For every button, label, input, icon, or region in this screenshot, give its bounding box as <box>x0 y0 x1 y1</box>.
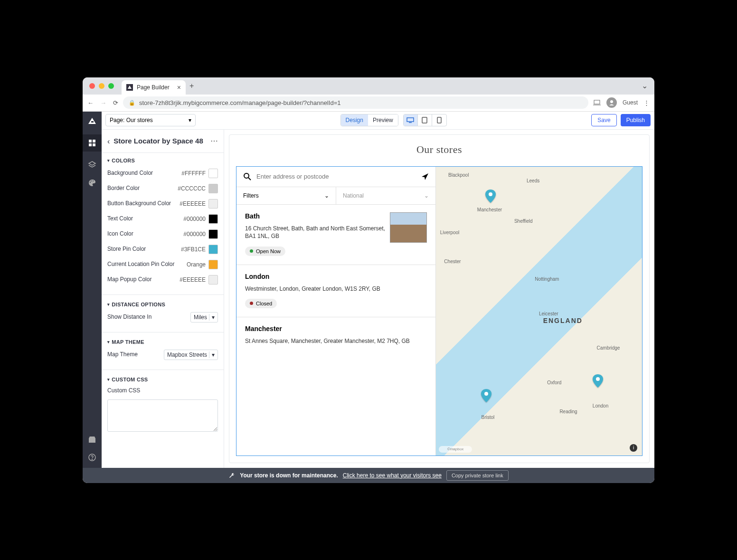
svg-rect-7 <box>89 143 92 146</box>
map-theme-section: MAP THEME Map Theme Mapbox Streets▾ <box>102 332 224 367</box>
svg-rect-12 <box>89 438 95 443</box>
footer-link[interactable]: Click here to see what your visitors see <box>343 472 442 479</box>
preview-canvas: Our stores Filters⌄ <box>224 130 654 468</box>
kebab-menu-icon[interactable]: ⋮ <box>643 99 650 106</box>
back-icon[interactable]: ← <box>87 99 94 106</box>
color-row: Button Background Color#EEEEEE <box>107 199 218 209</box>
layers-nav-icon[interactable] <box>87 160 97 170</box>
svg-point-10 <box>91 180 92 181</box>
store-item[interactable]: London Westminster, London, Greater Lond… <box>236 265 435 317</box>
back-icon[interactable]: ‹ <box>107 137 110 146</box>
design-tab[interactable]: Design <box>341 114 368 126</box>
address-input[interactable] <box>256 173 416 180</box>
store-item[interactable]: Bath 16 Church Street, Bath, Bath and No… <box>236 205 435 265</box>
map-view[interactable]: ENGLAND ©mapbox i Blackpool Leeds Manche… <box>436 167 642 456</box>
store-address: Westminster, London, Greater London, W1S… <box>245 285 427 293</box>
distance-unit-select[interactable]: Miles▾ <box>190 312 218 323</box>
more-icon[interactable]: ⋯ <box>210 136 218 145</box>
color-swatch[interactable] <box>208 169 218 178</box>
color-row: Icon Color#000000 <box>107 229 218 239</box>
profile-label: Guest <box>623 99 638 106</box>
filters-dropdown[interactable]: Filters⌄ <box>236 187 336 204</box>
tabs-menu-icon[interactable]: ⌄ <box>642 81 648 90</box>
logo-icon[interactable] <box>87 116 97 126</box>
section-title[interactable]: CUSTOM CSS <box>107 377 218 382</box>
custom-css-input[interactable] <box>107 399 218 432</box>
color-swatch[interactable] <box>208 199 218 209</box>
store-item[interactable]: Manchester St Annes Square, Manchester, … <box>236 317 435 360</box>
widgets-nav-icon[interactable] <box>83 134 102 152</box>
svg-rect-15 <box>407 118 414 122</box>
svg-point-9 <box>90 182 91 183</box>
svg-point-14 <box>92 459 92 459</box>
search-icon <box>243 172 252 181</box>
color-swatch[interactable] <box>208 229 218 239</box>
device-desktop-icon[interactable] <box>404 114 418 126</box>
browser-tabstrip: Page Builder × + ⌄ <box>83 77 654 95</box>
map-theme-select[interactable]: Mapbox Streets▾ <box>164 350 218 360</box>
mode-toggle: Design Preview <box>340 114 398 126</box>
page-builder-app: Page: Our stores ▾ Design Preview <box>83 112 654 483</box>
device-toggle <box>403 114 447 126</box>
lock-icon: 🔒 <box>129 100 135 106</box>
scope-dropdown[interactable]: National⌄ <box>336 187 435 204</box>
browser-toolbar: ← → ⟳ 🔒 store-7zh8t3rjik.mybigcommerce.c… <box>83 95 654 112</box>
status-badge: Closed <box>245 299 277 308</box>
map-pin-icon[interactable] <box>485 190 496 200</box>
tab-title: Page Builder <box>137 84 170 91</box>
reload-icon[interactable]: ⟳ <box>113 99 118 106</box>
colors-section: COLORS Background Color#FFFFFF Border Co… <box>102 153 224 292</box>
map-pin-icon[interactable] <box>593 374 603 385</box>
svg-point-22 <box>484 392 488 396</box>
chevron-down-icon: ▾ <box>189 117 191 123</box>
settings-sidebar: ‹ Store Locator by Space 48 ⋯ COLORS Bac… <box>102 130 224 468</box>
locate-me-icon[interactable] <box>421 173 429 180</box>
store-locator-widget[interactable]: Filters⌄ National⌄ Bath 16 Church Street… <box>236 166 643 456</box>
svg-point-21 <box>489 192 492 196</box>
map-pin-icon[interactable] <box>481 389 491 399</box>
help-nav-icon[interactable] <box>87 453 97 462</box>
section-title[interactable]: MAP THEME <box>107 339 218 345</box>
profile-avatar-icon[interactable] <box>606 97 617 108</box>
wrench-icon <box>228 472 235 479</box>
copy-link-button[interactable]: Copy private store link <box>446 470 509 481</box>
save-button[interactable]: Save <box>591 114 616 126</box>
color-swatch[interactable] <box>208 260 218 269</box>
minimize-window-icon[interactable] <box>99 83 104 89</box>
page-select[interactable]: Page: Our stores ▾ <box>105 114 196 126</box>
color-swatch[interactable] <box>208 184 218 193</box>
store-address: 16 Church Street, Bath, Bath and North E… <box>245 225 385 241</box>
store-thumbnail <box>390 212 427 243</box>
storefront-nav-icon[interactable] <box>87 435 97 444</box>
section-title[interactable]: COLORS <box>107 158 218 163</box>
svg-line-20 <box>248 178 251 180</box>
color-row: Border Color#CCCCCC <box>107 183 218 194</box>
maximize-window-icon[interactable] <box>108 83 114 89</box>
map-info-icon[interactable]: i <box>630 444 637 452</box>
color-swatch[interactable] <box>208 245 218 254</box>
left-rail <box>83 112 102 468</box>
publish-button[interactable]: Publish <box>621 114 651 126</box>
svg-point-3 <box>610 100 613 103</box>
close-tab-icon[interactable]: × <box>177 84 181 91</box>
theme-nav-icon[interactable] <box>87 178 97 188</box>
browser-tab[interactable]: Page Builder × <box>122 80 186 95</box>
close-window-icon[interactable] <box>89 83 95 89</box>
section-title[interactable]: DISTANCE OPTIONS <box>107 302 218 307</box>
laptop-icon[interactable] <box>593 99 601 106</box>
stores-panel: Filters⌄ National⌄ Bath 16 Church Street… <box>236 167 436 456</box>
address-bar[interactable]: 🔒 store-7zh8t3rjik.mybigcommerce.com/man… <box>123 96 588 109</box>
device-mobile-icon[interactable] <box>432 114 446 126</box>
status-badge: Open Now <box>245 247 285 256</box>
store-name: Bath <box>245 212 385 220</box>
store-name: London <box>245 273 427 280</box>
color-swatch[interactable] <box>208 214 218 224</box>
svg-rect-17 <box>422 117 427 123</box>
device-tablet-icon[interactable] <box>418 114 432 126</box>
new-tab-icon[interactable]: + <box>189 82 194 90</box>
maintenance-footer: Your store is down for maintenance. Clic… <box>83 468 654 483</box>
preview-tab[interactable]: Preview <box>368 114 398 126</box>
svg-rect-8 <box>93 143 95 146</box>
color-row: Text Color#000000 <box>107 214 218 224</box>
color-swatch[interactable] <box>208 275 218 285</box>
